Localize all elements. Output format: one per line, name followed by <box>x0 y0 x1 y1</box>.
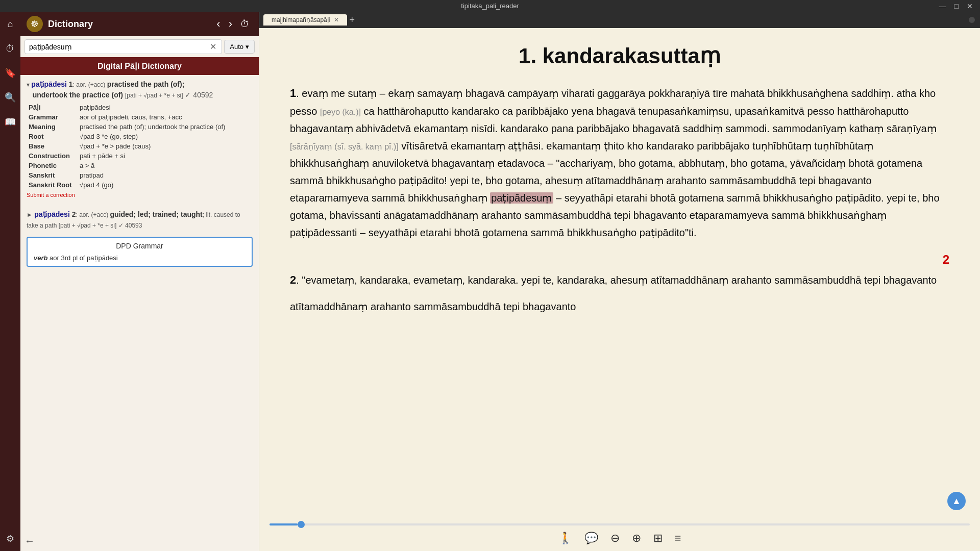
entry2-title: ► paṭipādesi 2: aor. (+acc) guided; led;… <box>27 209 253 231</box>
entry1-pos: : aor. (+acc) <box>73 81 107 88</box>
search-row: ✕ Auto ▾ <box>20 36 259 57</box>
progress-thumb[interactable] <box>298 521 305 528</box>
sidebar-item-search[interactable]: 🔍 <box>2 89 18 106</box>
search-input[interactable] <box>29 43 209 51</box>
section-1-paragraph: 1. evaṃ me sutaṃ – ekaṃ samayaṃ bhagavā … <box>290 84 949 241</box>
chapter-title: 1. kandarakasuttaṃ <box>290 43 949 68</box>
base-val: √pad + *e > pāde (caus) <box>78 141 253 151</box>
pali-val: paṭipādesi <box>78 103 253 112</box>
section2-body: . "evametaṃ, kandaraka, evametaṃ, kandar… <box>296 274 937 286</box>
zoom-out-button[interactable]: ⊖ <box>610 532 620 545</box>
close-button[interactable]: ✕ <box>965 2 975 10</box>
construction-val: pati + pāde + si <box>78 151 253 161</box>
submit-correction-link[interactable]: Submit a correction <box>27 192 75 198</box>
dict-name: Digital Pāḷi Dictionary <box>97 62 182 70</box>
reader-panel: majjhimapañṇāsapāḷi ✕ + 1. kandarakasutt… <box>259 12 980 551</box>
entry2-meaning: guided; led; trained; taught <box>110 210 203 218</box>
progress-fill <box>270 523 298 525</box>
sidebar-item-bookmark[interactable]: 🔖 <box>2 65 18 81</box>
minimize-button[interactable]: — <box>937 2 948 10</box>
meaning-label: Meaning <box>27 122 78 132</box>
panel-back-button[interactable]: ← <box>24 535 35 547</box>
search-clear-button[interactable]: ✕ <box>209 42 217 52</box>
header-nav-buttons: ‹ › ⏱ <box>213 16 253 32</box>
corner-dot <box>969 17 975 23</box>
back-nav-button[interactable]: ‹ <box>213 16 223 32</box>
section1-num: 1 <box>290 87 296 99</box>
sidebar-item-history[interactable]: ⏱ <box>2 40 18 57</box>
table-row: Grammar aor of paṭipādeti, caus, trans, … <box>27 112 253 122</box>
reader-tabs: majjhimapañṇāsapāḷi ✕ + <box>259 12 980 28</box>
root-val: √pad 3 *e (go, step) <box>78 132 253 141</box>
titlebar: tipitaka_pali_reader — □ ✕ <box>0 0 980 12</box>
maximize-button[interactable]: □ <box>952 2 961 10</box>
page-number: 2 <box>290 249 949 270</box>
entry1-checkmark: ✓ 40592 <box>185 91 213 99</box>
left-sidebar: ⌂ ⏱ 🔖 🔍 📖 ⚙ <box>0 12 20 551</box>
dict-entry-2: ► paṭipādesi 2: aor. (+acc) guided; led;… <box>27 205 253 231</box>
sanskrit-val: pratipad <box>78 170 253 180</box>
sidebar-item-home[interactable]: ⌂ <box>2 16 18 32</box>
walk-button[interactable]: 🚶 <box>558 532 572 545</box>
section2-num: 2 <box>290 273 296 286</box>
dict-entry-1: ▾ paṭipādesi 1: aor. (+acc) practised th… <box>27 79 253 199</box>
zoom-in-icon: ⊕ <box>632 532 641 545</box>
menu-button[interactable]: ≡ <box>675 532 681 545</box>
entry2-pos: : aor. (+acc) <box>76 211 110 218</box>
sanskrit-root-val: √pad 4 (go) <box>78 180 253 190</box>
section-2-paragraph: 2. "evametaṃ, kandaraka, evametaṃ, kanda… <box>290 270 949 289</box>
sidebar-item-settings[interactable]: ⚙ <box>2 531 18 547</box>
entry2-headword[interactable]: paṭipādesi <box>34 210 70 218</box>
sidebar-item-book[interactable]: 📖 <box>2 114 18 130</box>
meaning-val: practised the path (of); undertook the p… <box>78 122 253 132</box>
grammar-val: aor of paṭipādeti, caus, trans, +acc <box>78 112 253 122</box>
root-label: Root <box>27 132 78 141</box>
app-logo: ☸ <box>27 16 43 32</box>
notes-button[interactable]: 💬 <box>584 532 598 545</box>
history-button[interactable]: ⏱ <box>237 18 253 31</box>
entry1-construction: [pati + √pad + *e + si] <box>125 92 183 99</box>
tab-label: majjhimapañṇāsapāḷi <box>272 16 330 23</box>
sanskrit-root-label: Sanskrit Root <box>27 180 78 190</box>
layout-button[interactable]: ⊞ <box>653 532 663 545</box>
table-row: Construction pati + pāde + si <box>27 151 253 161</box>
table-row: Root √pad 3 *e (go, step) <box>27 132 253 141</box>
construction-label: Construction <box>27 151 78 161</box>
forward-nav-button[interactable]: › <box>226 16 235 32</box>
tab-close-button[interactable]: ✕ <box>334 16 339 23</box>
phonetic-val: a > ā <box>78 161 253 170</box>
entry2-num: 2 <box>72 210 76 218</box>
dictionary-panel: ☸ Dictionary ‹ › ⏱ ✕ Auto ▾ Digital Pāḷi… <box>20 12 259 551</box>
scroll-up-icon: ▲ <box>952 496 961 507</box>
dictionary-content: ▾ paṭipādesi 1: aor. (+acc) practised th… <box>20 75 259 531</box>
pali-label: Pāḷi <box>27 103 78 112</box>
table-row: Base √pad + *e > pāde (caus) <box>27 141 253 151</box>
zoom-in-button[interactable]: ⊕ <box>632 532 641 545</box>
table-row: Sanskrit pratipad <box>27 170 253 180</box>
reader-tab-main[interactable]: majjhimapañṇāsapāḷi ✕ <box>263 14 347 26</box>
progress-bar[interactable] <box>270 523 970 525</box>
grammar-label: Grammar <box>27 112 78 122</box>
section1-cont: ca hatthārohaputto kandarako ca paribbāj… <box>290 106 937 134</box>
section1-annotation: [peyo (ka.)] <box>320 108 361 116</box>
scroll-to-top-button[interactable]: ▲ <box>947 492 966 510</box>
grammar-box-title: DPD Grammar <box>34 242 246 250</box>
menu-icon: ≡ <box>675 532 681 545</box>
reader-toolbar: 🚶 💬 ⊖ ⊕ ⊞ ≡ <box>259 530 980 547</box>
search-input-wrap: ✕ <box>24 39 222 54</box>
reader-content[interactable]: 1. kandarakasuttaṃ 1. evaṃ me sutaṃ – ek… <box>259 28 980 519</box>
entry1-title: ▾ paṭipādesi 1: aor. (+acc) practised th… <box>27 79 253 101</box>
add-tab-button[interactable]: + <box>349 15 355 26</box>
section1-highlight: paṭipādesuṃ <box>490 192 553 204</box>
notes-icon: 💬 <box>584 532 598 545</box>
entry2-marker: ► <box>27 211 34 218</box>
auto-mode-button[interactable]: Auto ▾ <box>224 40 255 54</box>
entry1-headword[interactable]: paṭipādesi <box>31 80 67 88</box>
section2-overflow: atītamaddhānaṃ arahanto sammāsambuddhā t… <box>290 298 949 315</box>
table-row: Pāḷi paṭipādesi <box>27 103 253 112</box>
dictionary-title-bar: Digital Pāḷi Dictionary <box>20 57 259 75</box>
grammar-box-content: verb aor 3rd pl of paṭipādesi <box>34 254 246 262</box>
entry1-num: 1 <box>69 80 73 88</box>
phonetic-label: Phonetic <box>27 161 78 170</box>
table-row: Meaning practised the path (of); underto… <box>27 122 253 132</box>
